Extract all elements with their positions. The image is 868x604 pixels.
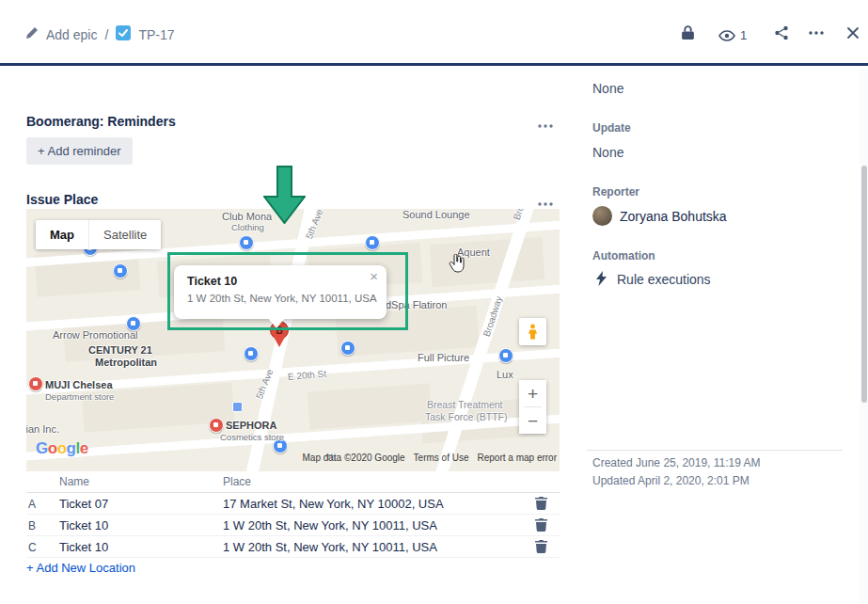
location-table-row: CTicket 101 W 20th St, New York, NY 1001… [26, 536, 560, 558]
map-label: CENTURY 21 [88, 344, 152, 356]
map-label: Breast Treatment [427, 399, 503, 410]
map-poi-icon[interactable] [244, 346, 259, 361]
map-type-control: Map Satellite [36, 220, 161, 249]
share-icon[interactable] [774, 25, 789, 40]
lock-icon[interactable] [681, 24, 695, 40]
report-map-error-link[interactable]: Report a map error [478, 453, 557, 463]
delete-location-icon[interactable] [535, 518, 547, 534]
watchers-eye-icon[interactable]: 1 [718, 28, 747, 42]
map-poi-icon[interactable] [498, 348, 513, 363]
created-timestamp: Created June 25, 2019, 11:19 AM [592, 456, 761, 469]
edit-pencil-icon[interactable] [25, 26, 39, 43]
map-poi-icon[interactable] [28, 376, 43, 391]
locations-table: Name Place ATicket 0717 Market St, New Y… [26, 471, 560, 558]
google-logo: Google [36, 439, 88, 458]
map-label: Arrow Promotional [53, 329, 137, 341]
reminders-section-title: Boomerang: Reminders [26, 114, 176, 129]
issue-header: Add epic / TP-17 1 [0, 0, 868, 66]
map-poi-icon[interactable] [239, 235, 254, 250]
issue-key-link[interactable]: TP-17 [138, 27, 174, 42]
location-place: 1 W 20th St, New York, NY 10011, USA [223, 518, 437, 532]
map-poi-icon[interactable] [209, 418, 224, 433]
location-letter: C [28, 541, 37, 554]
more-actions-icon[interactable] [809, 31, 824, 35]
update-field-value: None [592, 145, 623, 160]
locations-table-body: ATicket 0717 Market St, New York, NY 100… [26, 493, 560, 558]
updated-timestamp: Updated April 2, 2020, 2:01 PM [592, 474, 750, 487]
map-label: Lux [497, 369, 513, 380]
location-name: Ticket 07 [59, 497, 108, 511]
annotation-highlight-rect [167, 252, 408, 330]
place-column-header: Place [223, 475, 251, 488]
issue-place-section-title: Issue Place [26, 192, 98, 207]
sidebar-divider [587, 450, 843, 451]
map-label: Clothing [231, 222, 264, 232]
delete-location-icon[interactable] [535, 497, 547, 513]
map-label: Task Force (BTTF) [425, 411, 508, 422]
automation-field-label: Automation [592, 249, 655, 262]
field-value-none: None [592, 81, 623, 96]
location-name: Ticket 10 [59, 540, 108, 554]
map-poi-icon[interactable] [340, 341, 355, 356]
location-letter: A [28, 498, 36, 511]
terms-of-use-link[interactable]: Terms of Use [414, 453, 469, 463]
jira-issue-view: Add epic / TP-17 1 Boomerang: Reminders … [0, 0, 868, 604]
map-poi-icon[interactable] [113, 263, 128, 278]
location-table-row: BTicket 101 W 20th St, New York, NY 1001… [26, 515, 560, 536]
add-epic-link[interactable]: Add epic [46, 27, 97, 42]
location-place: 1 W 20th St, New York, NY 10011, USA [223, 540, 437, 554]
name-column-header: Name [59, 475, 89, 488]
map-label: Sound Lounge [402, 209, 470, 220]
map-attribution: Map data ©2020 Google Terms of Use Repor… [302, 453, 557, 463]
map-zoom-control: + − [519, 380, 546, 434]
marker-pin-tip [274, 337, 285, 347]
watchers-count: 1 [740, 28, 747, 42]
reporter-name: Zoryana Bohutska [620, 209, 727, 224]
location-place: 17 Market St, New York, NY 10002, USA [223, 497, 444, 511]
transit-station-icon[interactable] [232, 402, 243, 412]
map-label: Department store [45, 391, 114, 402]
map-type-satellite-button[interactable]: Satellite [88, 220, 161, 249]
street-view-pegman[interactable] [519, 318, 546, 345]
mouse-cursor-hand [449, 254, 465, 278]
reminders-more-icon[interactable] [534, 113, 557, 135]
rule-executions-link[interactable]: Rule executions [617, 272, 711, 287]
reporter-field-label: Reporter [592, 185, 639, 199]
close-icon[interactable] [846, 26, 860, 40]
map-data-text: Map data ©2020 Google [302, 453, 404, 463]
map-label: Cosmetics store [220, 432, 284, 442]
scrollbar-thumb[interactable] [861, 166, 867, 403]
location-table-row: ATicket 0717 Market St, New York, NY 100… [26, 493, 560, 515]
add-reminder-button[interactable]: + Add reminder [26, 137, 133, 165]
location-name: Ticket 10 [59, 518, 108, 532]
locations-table-header: Name Place [26, 471, 560, 493]
zoom-out-button[interactable]: − [519, 407, 546, 434]
map-label: Full Picture [418, 352, 469, 363]
google-map[interactable]: Club MonaClothingSound Lounge5th AveAque… [26, 209, 560, 471]
zoom-in-button[interactable]: + [519, 380, 546, 406]
location-letter: B [28, 519, 36, 532]
map-type-map-button[interactable]: Map [36, 220, 88, 249]
delete-location-icon[interactable] [535, 540, 547, 556]
breadcrumb: Add epic / TP-17 [25, 25, 175, 44]
map-label: SEPHORA [226, 420, 276, 431]
automation-bolt-icon [596, 271, 608, 290]
map-label: E 20th St [288, 368, 327, 382]
map-label: MUJI Chelsea [45, 379, 113, 390]
add-new-location-link[interactable]: + Add New Location [26, 561, 135, 575]
annotation-arrow [263, 166, 306, 224]
breadcrumb-separator: / [104, 27, 108, 42]
map-label: Metropolitan [95, 357, 157, 368]
map-poi-icon[interactable] [365, 235, 380, 250]
task-type-icon[interactable] [116, 25, 131, 44]
reporter-avatar[interactable] [592, 206, 612, 226]
update-field-label: Update [592, 121, 631, 135]
map-label: sian Inc. [26, 423, 59, 435]
